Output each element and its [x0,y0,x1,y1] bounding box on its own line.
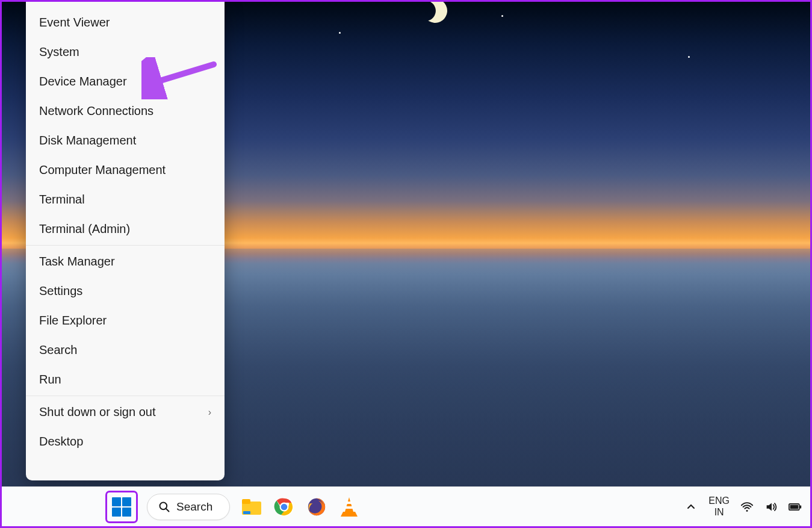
menu-item-file-explorer[interactable]: File Explorer [26,306,225,335]
menu-item-label: Settings [39,284,82,298]
star-icon [688,56,690,58]
svg-rect-4 [242,499,250,504]
menu-item-label: Desktop [39,435,83,449]
menu-item-terminal-admin[interactable]: Terminal (Admin) [26,214,225,244]
menu-item-run[interactable]: Run [26,365,225,394]
language-line1: ENG [708,495,730,506]
star-icon [339,32,341,34]
menu-item-label: Shut down or sign out [39,405,155,419]
taskbar-center: Search [107,492,360,521]
svg-line-2 [166,508,169,511]
menu-separator [26,245,225,246]
menu-separator [26,396,225,396]
taskbar-search-button[interactable]: Search [147,494,230,520]
taskbar-search-label: Search [176,500,212,514]
moon-icon [419,0,452,27]
menu-item-disk-management[interactable]: Disk Management [26,126,225,155]
menu-item-label: Disk Management [39,134,136,148]
menu-item-system[interactable]: System [26,37,225,67]
tray-overflow-chevron-icon[interactable] [684,500,698,514]
menu-item-label: System [39,45,79,59]
menu-item-label: Device Manager [39,75,127,89]
menu-item-computer-management[interactable]: Computer Management [26,155,225,185]
volume-icon[interactable] [764,500,778,514]
chevron-right-icon: › [208,407,211,418]
chrome-icon[interactable] [273,496,295,518]
system-tray: ENG IN [684,495,802,518]
menu-item-label: Network Connections [39,104,153,118]
file-explorer-icon[interactable] [241,496,262,518]
svg-rect-5 [243,511,250,514]
svg-rect-10 [346,502,352,504]
taskbar: Search [2,486,810,526]
menu-item-network-connections[interactable]: Network Connections [26,96,225,126]
windows-logo-icon [112,497,131,517]
menu-item-terminal[interactable]: Terminal [26,185,225,214]
menu-item-label: File Explorer [39,314,107,328]
menu-item-label: Terminal [39,193,85,207]
start-button[interactable] [107,492,136,521]
menu-item-shut-down-or-sign-out[interactable]: Shut down or sign out› [26,397,225,427]
winx-context-menu: Event ViewerSystemDevice ManagerNetwork … [26,2,225,480]
svg-point-12 [746,509,748,511]
menu-item-search[interactable]: Search [26,335,225,365]
language-indicator[interactable]: ENG IN [708,495,730,518]
menu-item-settings[interactable]: Settings [26,276,225,306]
svg-rect-11 [346,506,353,509]
battery-icon[interactable] [789,500,802,514]
star-icon [501,15,503,17]
firefox-icon[interactable] [306,496,327,518]
wifi-icon[interactable] [740,500,754,514]
menu-item-desktop[interactable]: Desktop [26,427,225,456]
menu-item-label: Task Manager [39,255,115,269]
menu-item-label: Search [39,343,77,357]
menu-item-label: Computer Management [39,163,166,177]
menu-item-event-viewer[interactable]: Event Viewer [26,8,225,37]
language-line2: IN [708,507,730,518]
menu-item-task-manager[interactable]: Task Manager [26,247,225,276]
svg-rect-14 [790,505,799,509]
svg-rect-15 [800,505,802,508]
menu-item-device-manager[interactable]: Device Manager [26,67,225,96]
vlc-icon[interactable] [338,496,360,518]
search-icon [158,501,170,513]
menu-item-label: Terminal (Admin) [39,222,130,236]
menu-item-label: Event Viewer [39,16,110,30]
menu-item-label: Run [39,373,61,387]
